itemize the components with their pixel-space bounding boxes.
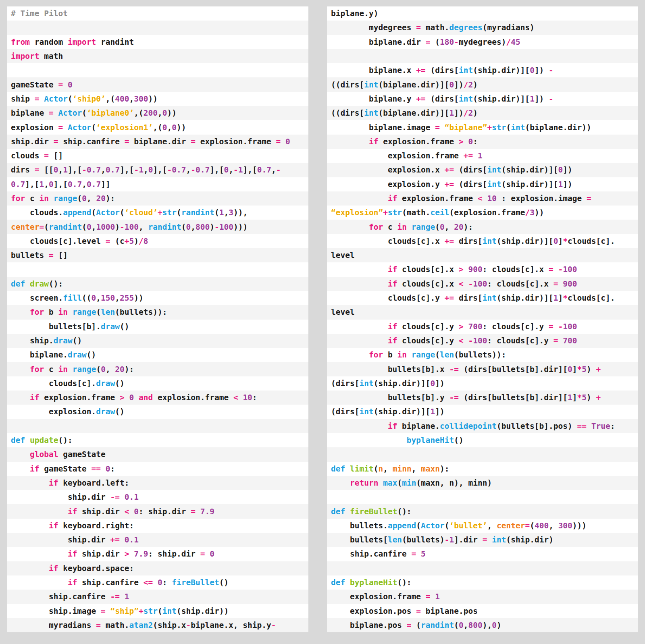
code-token [464, 137, 468, 146]
code-token: ]) [454, 80, 463, 89]
code-token: ( [77, 194, 82, 203]
code-token: , [82, 180, 87, 189]
code-token: 1 [39, 180, 44, 189]
code-token [11, 564, 49, 573]
code-token: = [407, 621, 412, 630]
code-token: ],[ [210, 165, 224, 175]
code-token: ) [473, 108, 478, 118]
code-token: in [58, 365, 67, 374]
code-token: 1 [63, 165, 68, 175]
code-line [327, 447, 638, 461]
code-token: randint [148, 222, 181, 232]
code-token: clouds[c].y [331, 293, 445, 303]
code-token: 0 [92, 293, 96, 303]
code-token: bullets[ [331, 535, 388, 544]
code-line: for c in range(0, 20): [7, 362, 308, 376]
code-token: range [412, 350, 435, 359]
code-token: draw [96, 407, 115, 416]
code-token [440, 123, 445, 132]
code-token: ship.canfire [77, 578, 143, 587]
code-line: ((dirs[int(biplane.dir)][1])/2) [327, 106, 638, 120]
code-token: ,( [134, 108, 143, 118]
code-token: explosion.frame [397, 194, 478, 203]
code-token: * [563, 237, 568, 246]
code-token: int [359, 379, 373, 388]
code-token: - [191, 165, 196, 175]
code-token: collidepoint [440, 422, 497, 431]
code-token: c [25, 194, 39, 203]
code-token: (ship.dir)][ [473, 94, 530, 104]
code-token: - [276, 165, 281, 175]
code-token: ,( [106, 94, 115, 104]
code-token: , [186, 165, 191, 175]
code-token: 800 [468, 621, 483, 630]
code-token: - [167, 165, 172, 175]
code-token: ],[ [243, 165, 257, 175]
code-line: biplane.pos = (randint(0,800),0) [327, 618, 638, 632]
code-token [205, 549, 210, 559]
code-token [125, 393, 129, 402]
code-token: global [30, 450, 58, 459]
code-token: ],[ [54, 180, 68, 189]
code-token: if [388, 322, 397, 331]
code-token: int [487, 180, 501, 189]
code-line: bullets[b].draw() [7, 320, 308, 334]
code-token: : [252, 393, 257, 402]
code-token: return [350, 478, 378, 488]
code-line: if keyboard.right: [7, 519, 308, 533]
code-line: ship.canfire = 5 [327, 547, 638, 561]
code-token: : clouds[c].y [487, 336, 553, 345]
code-token: 900 [468, 265, 483, 274]
code-token: 0 [468, 137, 473, 146]
code-token: 0 [162, 108, 167, 118]
code-token: ship.dir [11, 137, 54, 146]
code-line: if explosion.frame > 0: [327, 135, 638, 149]
code-token: int [483, 293, 497, 303]
code-token: (): [58, 436, 72, 445]
code-token: ( [96, 307, 101, 317]
code-line: if ship.canfire <= 0: fireBullet() [7, 575, 308, 590]
code-token: ): [464, 222, 473, 232]
code-line: explosion.pos = biplane.pos [327, 604, 638, 618]
code-token: ( [530, 521, 535, 530]
code-token: 0 [553, 237, 558, 246]
code-token: explosion.frame [378, 137, 459, 146]
code-token: explosion. [11, 407, 96, 416]
code-token: def [331, 578, 345, 587]
code-token: 0 [129, 393, 134, 402]
code-token: 20 [454, 222, 463, 232]
code-token: = [125, 137, 129, 146]
code-token: - [82, 165, 87, 175]
code-token [11, 507, 68, 516]
code-token [25, 279, 30, 289]
code-line: explosion.frame += 1 [327, 149, 638, 163]
code-token: 100 [125, 222, 139, 232]
code-token: explosion.pos [331, 607, 416, 616]
code-token: dirs[ [454, 293, 482, 303]
code-token: : ship.dir [148, 549, 200, 559]
code-token [11, 464, 30, 474]
code-token: 2 [468, 80, 473, 89]
code-token: clouds[c].x [331, 237, 445, 246]
code-token: - [214, 222, 219, 232]
code-token: for [369, 222, 383, 232]
code-token: ]) [454, 108, 463, 118]
code-token: biplane [11, 108, 49, 118]
code-column-right: biplane.y) mydegrees = math.degrees(myra… [327, 6, 638, 632]
code-token: - [233, 165, 238, 175]
code-token [331, 222, 369, 232]
code-token: update [30, 436, 58, 445]
code-token: len [388, 535, 402, 544]
code-token [431, 592, 435, 601]
code-token: bullets [11, 251, 49, 260]
code-token: (dirs[bullets[b].dir][ [459, 365, 568, 374]
code-line: if clouds[c].x > 900: clouds[c].x = -100 [327, 262, 638, 276]
code-token: biplane.image [331, 123, 435, 132]
code-token: for [369, 350, 383, 359]
code-token: 200 [144, 108, 158, 118]
code-token: = [58, 80, 63, 89]
code-token [345, 578, 350, 587]
code-line: if explosion.frame < 10 : explosion.imag… [327, 191, 638, 206]
code-token: ] [558, 293, 563, 303]
code-token: )) [167, 108, 177, 118]
